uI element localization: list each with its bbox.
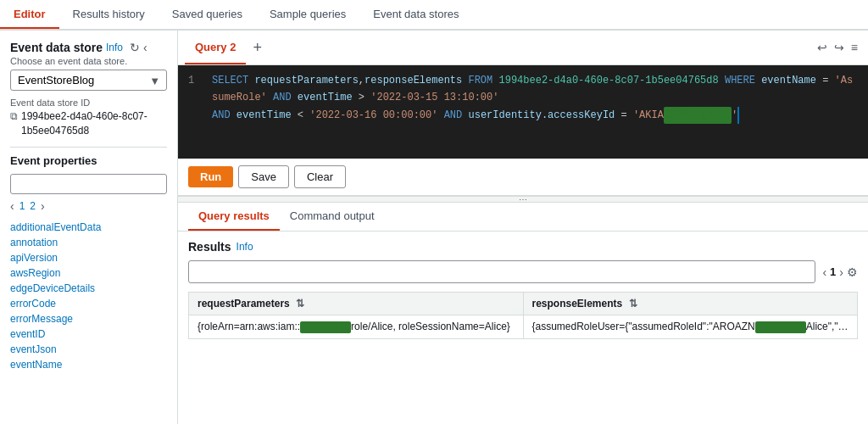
sidebar-page-2[interactable]: 2	[30, 200, 36, 212]
menu-btn[interactable]: ≡	[848, 39, 861, 56]
event-item-8[interactable]: eventJson	[10, 342, 167, 357]
event-item-9[interactable]: eventName	[10, 357, 167, 372]
code-line-2: AND eventTime < '2022-03-16 00:00:00' AN…	[188, 107, 858, 124]
event-items-list: additionalEventData annotation apiVersio…	[10, 220, 167, 372]
line-num-1: 1	[188, 72, 202, 107]
results-tab-query-results[interactable]: Query results	[188, 203, 280, 231]
copy-icon[interactable]: ⧉	[10, 110, 18, 122]
event-item-2[interactable]: apiVersion	[10, 250, 167, 265]
event-item-0[interactable]: additionalEventData	[10, 220, 167, 235]
sidebar-divider	[10, 147, 167, 148]
top-nav: Editor Results history Saved queries Sam…	[0, 0, 868, 31]
event-props-title: Event properties	[10, 154, 167, 167]
sidebar-page-1[interactable]: 1	[19, 200, 25, 212]
event-store-id-label: Event data store ID	[10, 98, 167, 108]
undo-btn[interactable]: ↩	[814, 39, 831, 56]
event-item-3[interactable]: awsRegion	[10, 265, 167, 281]
event-item-6[interactable]: errorMessage	[10, 311, 167, 326]
sidebar-title: Event data store	[10, 41, 103, 54]
sidebar-next-btn[interactable]: ›	[41, 199, 45, 213]
sidebar-collapse-btn[interactable]: ‹	[143, 41, 147, 54]
redo-btn[interactable]: ↪	[831, 39, 848, 56]
event-store-select[interactable]: EventStoreBlog	[10, 70, 167, 91]
sidebar: Event data store Info ↻ ‹ Choose an even…	[0, 31, 178, 424]
line-num-2	[188, 107, 202, 124]
sidebar-pagination: ‹ 1 2 ›	[10, 199, 167, 213]
resp-elems-prefix: {assumedRoleUser={"assumedRoleId":"AROAZ…	[532, 321, 755, 332]
nav-item-results-history[interactable]: Results history	[59, 0, 159, 29]
event-store-id-value: 1994bee2-d4a0-460e-8c07-1b5ee04765d8	[21, 109, 167, 138]
col-header-requestParameters: requestParameters ⇅	[189, 293, 524, 315]
code-line-1: 1 SELECT requestParameters,responseEleme…	[188, 72, 858, 107]
results-prev-btn[interactable]: ‹	[822, 265, 826, 279]
event-item-5[interactable]: errorCode	[10, 296, 167, 311]
sidebar-refresh-btn[interactable]: ↻	[130, 41, 140, 54]
sidebar-prev-btn[interactable]: ‹	[10, 199, 14, 213]
results-table: requestParameters ⇅ responseElements ⇅	[188, 292, 858, 339]
results-search-row: ‹ 1 › ⚙	[188, 260, 858, 283]
nav-item-event-data-stores[interactable]: Event data stores	[359, 0, 472, 29]
event-search-input[interactable]	[10, 174, 167, 194]
event-item-1[interactable]: annotation	[10, 235, 167, 250]
sidebar-info-link[interactable]: Info	[106, 42, 123, 53]
resize-handle[interactable]: ⋯	[178, 196, 868, 203]
results-page-num: 1	[830, 265, 836, 278]
code-content-1: SELECT requestParameters,responseElement…	[212, 72, 858, 107]
query-tab-2-label: Query 2	[195, 41, 236, 53]
nav-item-sample-queries[interactable]: Sample queries	[256, 0, 359, 29]
event-item-4[interactable]: edgeDeviceDetails	[10, 281, 167, 296]
nav-item-editor[interactable]: Editor	[0, 0, 59, 29]
query-tabs-row: Query 2 + ↩ ↪ ≡	[178, 31, 868, 65]
results-info-link[interactable]: Info	[236, 241, 253, 253]
event-store-id-row: ⧉ 1994bee2-d4a0-460e-8c07-1b5ee04765d8	[10, 109, 167, 138]
results-title: Results	[188, 240, 231, 254]
code-editor[interactable]: 1 SELECT requestParameters,responseEleme…	[178, 65, 868, 159]
results-next-btn[interactable]: ›	[839, 265, 843, 279]
resp-elems-suffix: Alice","arn":"arn:aws:sts:...	[806, 321, 858, 332]
req-params-suffix: role/Alice, roleSessionName=Alice}	[351, 321, 510, 332]
query-tab-2[interactable]: Query 2	[185, 31, 246, 64]
main-layout: Event data store Info ↻ ‹ Choose an even…	[0, 31, 868, 424]
results-tabs-row: Query results Command output	[178, 203, 868, 232]
code-content-2: AND eventTime < '2022-03-16 00:00:00' AN…	[212, 107, 739, 124]
td-requestParameters: {roleArn=arn:aws:iam::role/Alice, roleSe…	[189, 315, 524, 339]
clear-button[interactable]: Clear	[294, 165, 346, 188]
sort-icon-responseElements[interactable]: ⇅	[629, 298, 637, 310]
table-row: {roleArn=arn:aws:iam::role/Alice, roleSe…	[189, 315, 858, 339]
results-title-row: Results Info	[188, 240, 858, 254]
nav-item-saved-queries[interactable]: Saved queries	[159, 0, 256, 29]
add-tab-btn[interactable]: +	[246, 40, 269, 55]
editor-area: Query 2 + ↩ ↪ ≡ 1 SELECT requestParamete…	[178, 31, 868, 424]
results-search-input[interactable]	[188, 260, 815, 283]
results-content: Results Info ‹ 1 › ⚙	[178, 232, 868, 424]
sort-icon-requestParameters[interactable]: ⇅	[296, 298, 304, 310]
req-params-redacted	[300, 321, 351, 333]
td-responseElements: {assumedRoleUser={"assumedRoleId":"AROAZ…	[523, 315, 858, 339]
event-item-7[interactable]: eventID	[10, 326, 167, 342]
results-tab-command-output[interactable]: Command output	[280, 203, 385, 231]
resp-elems-redacted	[755, 321, 806, 333]
results-pagination: ‹ 1 › ⚙	[822, 265, 858, 279]
results-settings-btn[interactable]: ⚙	[847, 265, 858, 279]
req-params-prefix: {roleArn=arn:aws:iam::	[198, 321, 300, 332]
save-button[interactable]: Save	[238, 165, 289, 188]
results-area: Query results Command output Results Inf…	[178, 203, 868, 424]
col-header-responseElements: responseElements ⇅	[523, 293, 858, 315]
run-button[interactable]: Run	[188, 166, 233, 187]
sidebar-header: Event data store Info ↻ ‹	[10, 41, 167, 54]
event-store-select-wrapper: EventStoreBlog ▼	[10, 70, 167, 91]
sidebar-section-label: Choose an event data store.	[10, 56, 167, 66]
editor-toolbar: Run Save Clear	[178, 159, 868, 196]
